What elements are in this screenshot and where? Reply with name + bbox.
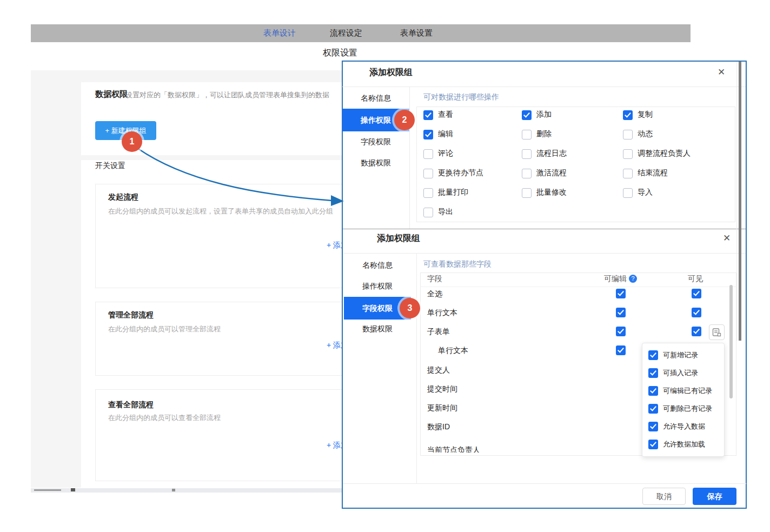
operation-checkbox[interactable] — [423, 130, 433, 139]
operation-label: 添加 — [536, 110, 552, 119]
modal-nav-1[interactable]: 名称信息 — [342, 87, 409, 109]
popup-checkbox[interactable] — [648, 404, 658, 414]
column-header-field: 字段 — [427, 274, 442, 284]
clipped-footer-strip — [31, 488, 342, 493]
operation-label: 复制 — [638, 110, 653, 119]
field-label: 更新时间 — [427, 403, 457, 413]
window-scrollbar[interactable] — [739, 62, 741, 341]
subform-icon — [712, 328, 721, 339]
table-header-divider — [421, 287, 736, 287]
tab-process-setting[interactable]: 流程设定 — [330, 28, 362, 38]
popup-label: 可删除已有记录 — [663, 404, 712, 414]
operation-label: 更换待办节点 — [438, 168, 483, 178]
table-scrollbar[interactable] — [729, 285, 733, 398]
popup-checkbox[interactable] — [648, 440, 658, 449]
popup-checkbox[interactable] — [648, 368, 658, 378]
field-label: 提交人 — [427, 365, 450, 375]
field-label: 当前节点负责人 — [427, 445, 480, 453]
field-label: 提交时间 — [427, 384, 457, 394]
operation-checkbox[interactable] — [623, 188, 633, 198]
operation-checkbox[interactable] — [623, 169, 633, 178]
operation-checkbox[interactable] — [423, 169, 433, 178]
subform-settings-button[interactable] — [709, 324, 725, 340]
visible-checkbox[interactable] — [692, 327, 701, 336]
modal-ops-title: 添加权限组 — [369, 67, 413, 78]
data-permission-title: 数据权限 — [95, 89, 128, 99]
operation-label: 编辑 — [438, 129, 453, 139]
top-tab-bar: 表单设计流程设定表单设置 — [31, 24, 691, 42]
fragment-boundary-line — [343, 229, 746, 229]
operation-checkbox[interactable] — [522, 149, 532, 159]
cancel-button[interactable]: 取消 — [642, 488, 686, 505]
step-badge-3: 3 — [400, 298, 420, 318]
step-badge-2: 2 — [394, 110, 415, 130]
operation-label: 调整流程负责人 — [638, 149, 691, 158]
page-title: 权限设置 — [323, 48, 357, 59]
flow-card-title: 管理全部流程 — [108, 310, 154, 320]
operation-label: 删除 — [536, 129, 552, 139]
close-icon[interactable]: ✕ — [718, 66, 725, 78]
tab-form-setting[interactable]: 表单设置 — [400, 28, 433, 38]
data-permission-desc: 设置对应的「数据权限」，可以让团队成员管理表单搜集到的数据 — [125, 90, 329, 100]
field-label: 单行文本 — [438, 346, 468, 356]
flow-card-title: 查看全部流程 — [108, 400, 154, 410]
ops-section-header: 可对数据进行哪些操作 — [423, 92, 499, 102]
operation-label: 结束流程 — [638, 168, 668, 178]
popup-label: 允许导入数据 — [663, 422, 705, 431]
editable-checkbox[interactable] — [616, 345, 626, 355]
ops-checkbox-box — [416, 107, 735, 222]
operation-checkbox[interactable] — [522, 110, 532, 120]
switch-settings-title: 开关设置 — [95, 161, 125, 171]
operation-checkbox[interactable] — [623, 110, 633, 120]
close-icon[interactable]: ✕ — [723, 232, 731, 244]
column-header-visible: 可见 — [688, 274, 703, 284]
column-header-editable: 可编辑 — [604, 274, 627, 284]
modal-nav-2[interactable]: 操作权限 — [344, 275, 411, 297]
operation-checkbox[interactable] — [522, 130, 532, 139]
modal-fields-sidebar-divider — [416, 253, 417, 484]
flow-card-title: 发起流程 — [108, 192, 138, 202]
operation-checkbox[interactable] — [423, 149, 433, 159]
popup-label: 可新增记录 — [663, 350, 698, 360]
window-scrollbar-divider — [736, 62, 737, 341]
operation-label: 查看 — [438, 110, 453, 119]
help-icon[interactable]: ? — [629, 275, 637, 283]
save-button[interactable]: 保存 — [693, 488, 736, 505]
clipped-text-fragment — [34, 489, 61, 491]
flow-card-desc: 在此分组内的成员可以管理全部流程 — [108, 324, 221, 334]
flow-card-desc: 在此分组内的成员可以发起流程，设置了表单共享的成员自动加入此分组 — [108, 207, 333, 216]
visible-checkbox[interactable] — [692, 289, 701, 298]
editable-checkbox[interactable] — [616, 327, 626, 336]
operation-checkbox[interactable] — [623, 130, 633, 139]
operation-checkbox[interactable] — [623, 149, 633, 159]
clipped-text-fragment — [172, 489, 175, 491]
modal-fields-title: 添加权限组 — [377, 233, 420, 244]
modal-nav-1[interactable]: 名称信息 — [344, 254, 411, 276]
popup-checkbox[interactable] — [648, 350, 658, 360]
popup-label: 允许数据加载 — [663, 440, 705, 449]
popup-checkbox[interactable] — [648, 422, 658, 431]
editable-checkbox[interactable] — [616, 308, 626, 317]
popup-label: 可编辑已有记录 — [663, 386, 712, 396]
editable-checkbox[interactable] — [616, 289, 626, 298]
popup-checkbox[interactable] — [648, 386, 658, 396]
operation-checkbox[interactable] — [522, 188, 532, 198]
modal-nav-4[interactable]: 数据权限 — [344, 317, 411, 340]
visible-checkbox[interactable] — [692, 308, 701, 317]
clipped-text-fragment — [71, 488, 75, 491]
modal-nav-3[interactable]: 字段权限 — [342, 130, 409, 153]
operation-checkbox[interactable] — [423, 188, 433, 198]
modal-footer-divider — [343, 483, 746, 484]
flow-card-desc: 在此分组内的成员可以查看全部流程 — [108, 413, 221, 423]
operation-checkbox[interactable] — [522, 169, 532, 178]
operation-checkbox[interactable] — [423, 110, 433, 120]
table-row-label-clipped: 当前节点负责人 — [427, 445, 546, 453]
field-label: 数据ID — [427, 422, 450, 432]
screen: 表单设计流程设定表单设置 权限设置 数据权限 设置对应的「数据权限」，可以让团队… — [0, 0, 770, 532]
modal-nav-4[interactable]: 数据权限 — [342, 151, 409, 174]
modal-ops-sidebar-divider — [409, 87, 410, 229]
operation-label: 动态 — [638, 129, 653, 139]
tab-form-design[interactable]: 表单设计 — [263, 28, 296, 38]
step-badge-1: 1 — [122, 131, 142, 152]
operation-checkbox[interactable] — [423, 208, 433, 217]
